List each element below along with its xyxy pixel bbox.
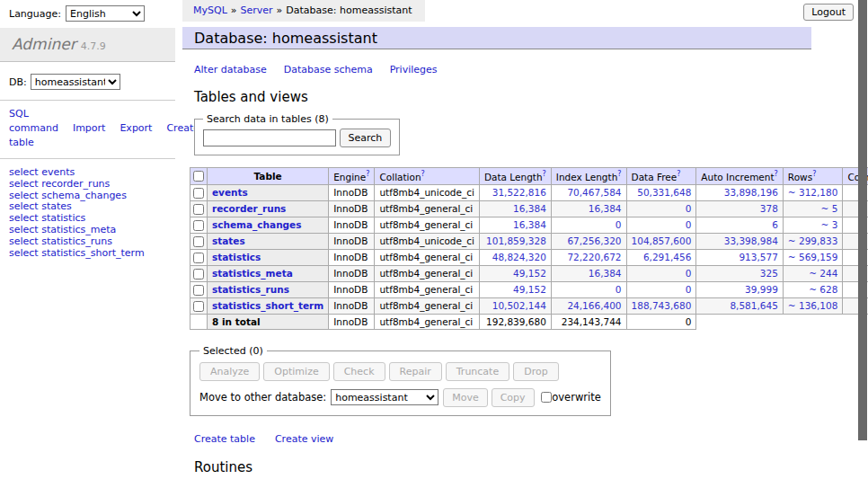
sidebar-select-statistics_runs[interactable]: select statistics_runs (9, 236, 166, 248)
help-link[interactable]: ? (812, 170, 816, 178)
rows-cell: ~ 312,180 (783, 184, 843, 200)
row-checkbox[interactable] (193, 188, 204, 199)
overwrite-label: overwrite (552, 391, 601, 404)
tables-list-header: TableEngine?Collation?Data Length?Index … (190, 168, 868, 185)
copy-button[interactable]: Copy (492, 388, 535, 407)
sidebar-select-recorder_runs[interactable]: select recorder_runs (9, 179, 166, 191)
row-checkbox[interactable] (193, 301, 204, 312)
table-link-schema_changes[interactable]: schema_changes (212, 219, 302, 230)
row-checkbox[interactable] (193, 269, 204, 279)
sidebar-action-sql-command[interactable]: SQL command (9, 108, 58, 134)
app-logo: Adminer (12, 35, 76, 53)
table-link-states[interactable]: states (212, 235, 245, 246)
row-check-cell (190, 233, 208, 249)
language-row: Language:English (0, 0, 175, 22)
breadcrumb-separator: » (277, 4, 283, 16)
data-length-cell: 49,152 (479, 265, 551, 281)
engine-cell: InnoDB (329, 184, 375, 200)
data-length-cell: 49,152 (479, 281, 551, 297)
table-link-recorder_runs[interactable]: recorder_runs (212, 203, 286, 214)
table-link-statistics_runs[interactable]: statistics_runs (212, 284, 289, 295)
overwrite-checkbox[interactable] (541, 392, 552, 403)
data-free-cell: 50,331,648 (626, 184, 696, 200)
row-checkbox[interactable] (193, 220, 204, 231)
sidebar-action-export[interactable]: Export (120, 122, 152, 134)
total-index-length-cell: 234,143,744 (551, 314, 626, 329)
table-name-cell: events (208, 184, 329, 200)
select-all-checkbox[interactable] (193, 171, 204, 182)
tables-heading: Tables and views (194, 89, 858, 105)
table-link-events[interactable]: events (212, 187, 248, 198)
vertical-scrollbar[interactable] (858, 0, 867, 488)
table-link-statistics[interactable]: statistics (212, 252, 261, 262)
sidebar-select-statistics_short_term[interactable]: select statistics_short_term (9, 248, 166, 260)
main-content: MySQL»Server»Database: homeassistant Dat… (182, 0, 858, 488)
help-link[interactable]: ? (617, 170, 621, 178)
column-header-table: Table (208, 168, 329, 185)
breadcrumb-link-mysql[interactable]: MySQL (193, 4, 227, 16)
analyze-button[interactable]: Analyze (199, 362, 260, 381)
help-link[interactable]: ? (366, 170, 369, 178)
help-link[interactable]: ? (543, 170, 546, 178)
auto-increment-cell: 6 (696, 217, 784, 233)
sidebar-select-events[interactable]: select events (9, 167, 166, 179)
collation-cell: utf8mb4_unicode_ci (375, 233, 479, 249)
sidebar: Language:English Adminer4.7.9 DB:homeass… (0, 0, 175, 488)
move-button[interactable]: Move (443, 388, 488, 407)
auto-increment-cell: 378 (696, 200, 784, 217)
data-free-cell: 104,857,600 (626, 233, 696, 249)
auto-increment-cell: 33,898,196 (696, 184, 784, 200)
link-create-view[interactable]: Create view (275, 433, 333, 445)
db-link-privileges[interactable]: Privileges (390, 64, 438, 75)
help-link[interactable]: ? (421, 170, 425, 178)
brand-banner: Adminer4.7.9 (0, 28, 175, 62)
total-engine-cell: InnoDB (329, 314, 375, 329)
move-db-select[interactable]: homeassistant (331, 389, 438, 405)
index-length-cell: 72,220,672 (551, 249, 626, 265)
collation-cell: utf8mb4_general_ci (375, 265, 479, 281)
breadcrumb-link-server[interactable]: Server (241, 4, 273, 16)
row-check-cell (190, 265, 208, 281)
routines-heading: Routines (194, 459, 858, 475)
row-checkbox[interactable] (193, 285, 204, 296)
help-link[interactable]: ? (775, 170, 778, 178)
check-button[interactable]: Check (333, 362, 385, 381)
row-checkbox[interactable] (193, 204, 204, 215)
adminer-app: Language:English Adminer4.7.9 DB:homeass… (0, 0, 868, 488)
db-select[interactable]: homeassistant (31, 74, 120, 90)
sidebar-action-import[interactable]: Import (73, 122, 106, 134)
logout-button[interactable]: Logout (803, 4, 854, 21)
drop-button[interactable]: Drop (513, 362, 558, 381)
repair-button[interactable]: Repair (389, 362, 442, 381)
scrollbar-thumb[interactable] (858, 0, 867, 440)
optimize-button[interactable]: Optimize (263, 362, 329, 381)
row-checkbox[interactable] (193, 236, 204, 247)
table-row: statistics_metaInnoDButf8mb4_general_ci4… (190, 265, 868, 281)
data-free-cell: 6,291,456 (626, 249, 696, 265)
auto-increment-cell: 33,398,984 (696, 233, 784, 249)
help-link[interactable]: ? (677, 170, 680, 178)
sidebar-select-statistics_meta[interactable]: select statistics_meta (9, 225, 166, 236)
move-row: Move to other database:homeassistantMove… (199, 388, 601, 407)
app-version: 4.7.9 (81, 40, 106, 52)
data-free-cell: 188,743,680 (626, 297, 696, 314)
row-check-cell (190, 297, 208, 314)
data-free-cell: 0 (626, 265, 696, 281)
table-name-cell: schema_changes (208, 217, 329, 233)
db-link-database-schema[interactable]: Database schema (284, 64, 373, 75)
table-link-statistics_short_term[interactable]: statistics_short_term (212, 300, 323, 311)
row-check-cell (190, 200, 208, 217)
db-link-alter-database[interactable]: Alter database (194, 64, 267, 75)
index-length-cell: 70,467,584 (551, 184, 626, 200)
breadcrumb-separator: » (231, 4, 237, 16)
page-title: Database: homeassistant (182, 27, 811, 49)
table-row: eventsInnoDButf8mb4_unicode_ci31,522,816… (190, 184, 868, 200)
search-button[interactable]: Search (340, 129, 392, 147)
move-label: Move to other database: (199, 391, 326, 404)
row-checkbox[interactable] (193, 253, 204, 263)
link-create-table[interactable]: Create table (194, 433, 255, 445)
table-link-statistics_meta[interactable]: statistics_meta (212, 268, 293, 279)
truncate-button[interactable]: Truncate (446, 362, 509, 381)
language-select[interactable]: English (66, 5, 145, 22)
search-input[interactable] (203, 129, 336, 146)
